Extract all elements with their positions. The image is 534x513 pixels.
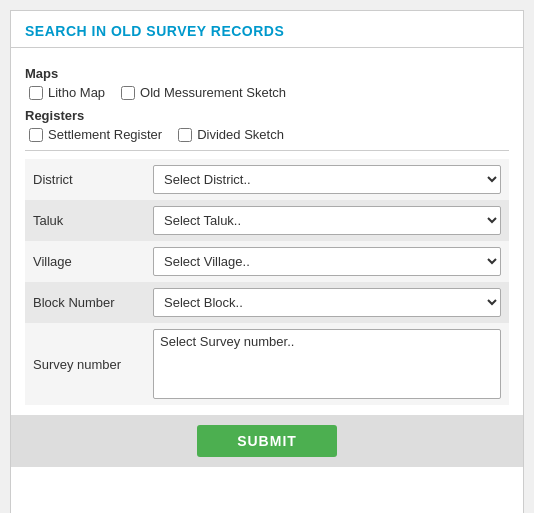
district-select[interactable]: Select District.. (153, 165, 501, 194)
divided-sketch-label[interactable]: Divided Sketch (178, 127, 284, 142)
village-label: Village (25, 241, 145, 282)
litho-map-checkbox[interactable] (29, 86, 43, 100)
village-select[interactable]: Select Village.. (153, 247, 501, 276)
form-table: District Select District.. Taluk Select … (25, 159, 509, 405)
content-area: Maps Litho Map Old Messurement Sketch Re… (11, 48, 523, 415)
block-number-row: Block Number Select Block.. (25, 282, 509, 323)
block-number-select[interactable]: Select Block.. (153, 288, 501, 317)
page-title: SEARCH IN OLD SURVEY RECORDS (25, 23, 509, 39)
survey-option-default: Select Survey number.. (160, 334, 494, 350)
settlement-register-label[interactable]: Settlement Register (29, 127, 162, 142)
page-header: SEARCH IN OLD SURVEY RECORDS (11, 11, 523, 48)
registers-checkboxes-row: Settlement Register Divided Sketch (25, 127, 509, 142)
taluk-label: Taluk (25, 200, 145, 241)
block-number-label: Block Number (25, 282, 145, 323)
maps-label: Maps (25, 66, 509, 81)
settlement-register-checkbox[interactable] (29, 128, 43, 142)
litho-map-label[interactable]: Litho Map (29, 85, 105, 100)
settlement-register-text: Settlement Register (48, 127, 162, 142)
submit-row: SUBMIT (11, 415, 523, 467)
old-measurement-sketch-text: Old Messurement Sketch (140, 85, 286, 100)
district-row: District Select District.. (25, 159, 509, 200)
survey-number-row: Survey number Select Survey number.. (25, 323, 509, 405)
registers-label: Registers (25, 108, 509, 123)
district-field-cell: Select District.. (145, 159, 509, 200)
village-row: Village Select Village.. (25, 241, 509, 282)
old-measurement-sketch-checkbox[interactable] (121, 86, 135, 100)
village-field-cell: Select Village.. (145, 241, 509, 282)
old-measurement-sketch-label[interactable]: Old Messurement Sketch (121, 85, 286, 100)
taluk-row: Taluk Select Taluk.. (25, 200, 509, 241)
main-container: SEARCH IN OLD SURVEY RECORDS Maps Litho … (10, 10, 524, 513)
survey-number-field-cell: Select Survey number.. (145, 323, 509, 405)
survey-number-label: Survey number (25, 323, 145, 405)
district-label: District (25, 159, 145, 200)
litho-map-text: Litho Map (48, 85, 105, 100)
submit-button[interactable]: SUBMIT (197, 425, 337, 457)
divided-sketch-text: Divided Sketch (197, 127, 284, 142)
block-number-field-cell: Select Block.. (145, 282, 509, 323)
taluk-select[interactable]: Select Taluk.. (153, 206, 501, 235)
divided-sketch-checkbox[interactable] (178, 128, 192, 142)
section-divider (25, 150, 509, 151)
maps-checkboxes-row: Litho Map Old Messurement Sketch (25, 85, 509, 100)
taluk-field-cell: Select Taluk.. (145, 200, 509, 241)
survey-number-listbox[interactable]: Select Survey number.. (153, 329, 501, 399)
